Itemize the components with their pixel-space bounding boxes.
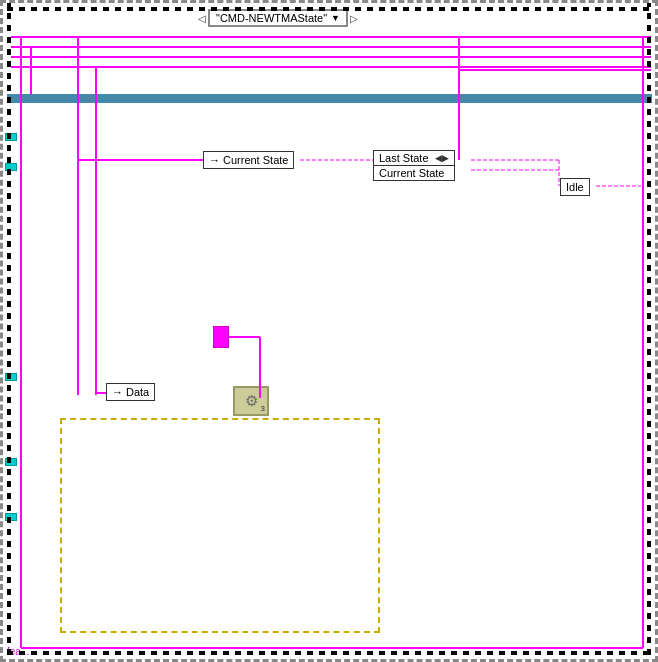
gear-node[interactable]: ⚙ 3 [233, 386, 269, 416]
current-state2-label: Current State [379, 167, 444, 179]
title-bar[interactable]: ◁ "CMD-NEWTMAState" ▼ ▷ [198, 9, 358, 27]
title-text: "CMD-NEWTMAState" [216, 12, 327, 24]
data-node[interactable]: → Data [106, 383, 155, 401]
left-connector-3[interactable] [5, 373, 17, 381]
main-canvas: ◁ "CMD-NEWTMAState" ▼ ▷ → Current State … [0, 0, 658, 662]
dropdown-arrow-icon[interactable]: ▼ [331, 13, 340, 23]
left-connector-4[interactable] [5, 458, 17, 466]
last-state-label: Last State [379, 152, 429, 164]
svg-rect-4 [7, 94, 652, 103]
small-magenta-rect[interactable] [213, 326, 229, 348]
left-arrow: ◁ [198, 13, 206, 24]
left-connector-2[interactable] [5, 163, 17, 171]
state-pair-node[interactable]: Last State ◀▶ Current State [373, 150, 455, 181]
idle-node[interactable]: Idle [560, 178, 590, 196]
current-state-label: Current State [223, 154, 288, 166]
idle-label: Idle [566, 181, 584, 193]
gear-icon: ⚙ [245, 392, 258, 410]
right-arrow: ▷ [350, 13, 358, 24]
data-arrow-icon: → [112, 386, 123, 398]
left-connector-5[interactable] [5, 513, 17, 521]
current-state2-row: Current State [374, 166, 454, 180]
yellow-structure-rect [60, 418, 380, 633]
last-state-connector: ◀▶ [435, 153, 449, 163]
bottom-label: fea... [7, 646, 29, 657]
gear-subscript: 3 [261, 404, 265, 413]
last-state-row: Last State ◀▶ [374, 151, 454, 166]
current-state-node[interactable]: → Current State [203, 151, 294, 169]
data-label: Data [126, 386, 149, 398]
title-dropdown[interactable]: "CMD-NEWTMAState" ▼ [208, 9, 348, 27]
left-connector-1[interactable] [5, 133, 17, 141]
current-state-arrow-icon: → [209, 154, 220, 166]
